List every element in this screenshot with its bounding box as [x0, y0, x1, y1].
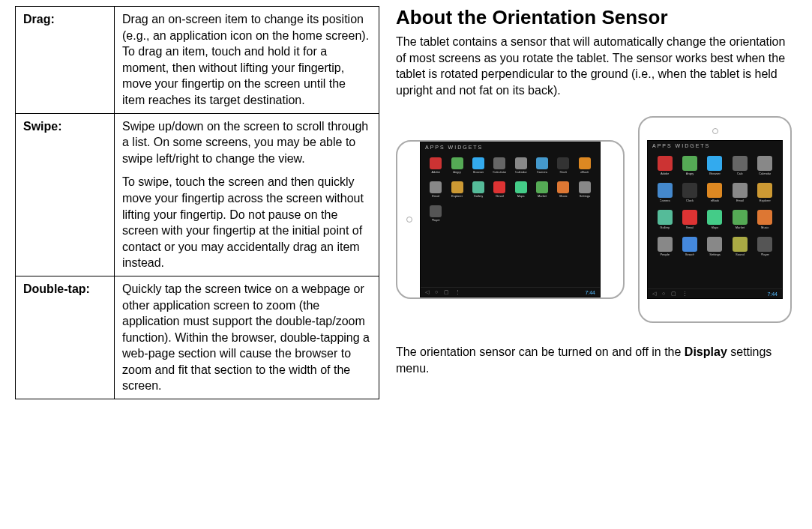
app-icon-label: Explorer — [451, 194, 463, 198]
app-icon-label: Calculator — [493, 170, 506, 174]
app-icon-graphic — [579, 181, 591, 193]
app-icon: Calendar — [512, 155, 530, 176]
app-icon-label: Player — [432, 218, 440, 222]
app-icon-graphic — [430, 205, 442, 217]
app-icon-label: Calendar — [759, 172, 771, 175]
screen-tabs: APPS WIDGETS — [648, 141, 782, 151]
app-icon-label: Settings — [709, 253, 720, 256]
app-icon-graphic — [579, 157, 591, 169]
clock-text: 7:44 — [767, 291, 778, 297]
gesture-desc-paragraph: To swipe, touch the screen and then quic… — [122, 174, 371, 271]
app-icon-label: Gallery — [660, 226, 670, 229]
app-icon-label: Search — [685, 253, 695, 256]
gesture-description: Quickly tap the screen twice on a webpag… — [115, 276, 379, 399]
app-icon: Settings — [576, 179, 594, 200]
app-icon-graphic — [536, 157, 548, 169]
app-icon-graphic — [682, 210, 697, 225]
app-icon-graphic — [658, 237, 673, 252]
app-icon: Adobe — [427, 155, 445, 176]
app-icon: Gallery — [469, 179, 487, 200]
app-icon-graphic — [472, 157, 484, 169]
app-icon-label: Email — [736, 199, 744, 202]
section-heading: About the Orientation Sensor — [396, 6, 797, 29]
table-row: Double-tap:Quickly tap the screen twice … — [16, 276, 379, 399]
app-icon-label: eBook — [580, 170, 589, 174]
status-bar: ◁ ○ ▢ ⋮ 7:44 — [648, 288, 782, 298]
tablet-screen: APPS WIDGETS AdobeAngryBrowserCalculator… — [420, 142, 601, 297]
app-icon-label: Settings — [580, 194, 590, 198]
status-bar: ◁ ○ ▢ ⋮ 7:44 — [421, 287, 600, 297]
app-icon: Browser — [704, 154, 726, 178]
app-icon: Explorer — [448, 179, 466, 200]
app-icon-label: Calendar — [515, 170, 527, 174]
app-icon: Market — [533, 179, 551, 200]
app-icon: Camera — [533, 155, 551, 176]
app-icon: Email — [729, 181, 751, 205]
app-icon-graphic — [430, 157, 442, 169]
gestures-table: Drag:Drag an on-screen item to change it… — [15, 6, 379, 399]
gesture-desc-paragraph: Quickly tap the screen twice on a webpag… — [122, 281, 371, 394]
app-icon: Camera — [654, 181, 676, 205]
app-icon-graphic — [430, 181, 442, 193]
app-icon-graphic — [557, 181, 569, 193]
app-icon: Music — [754, 208, 776, 232]
app-icon-graphic — [733, 237, 748, 252]
app-icon: eBook — [704, 181, 726, 205]
app-icon: Sound — [729, 235, 751, 259]
app-icon-graphic — [707, 237, 722, 252]
app-icon-graphic — [515, 181, 527, 193]
intro-paragraph: The tablet contains a sensor that will a… — [396, 34, 797, 98]
app-icon: Angry — [448, 155, 466, 176]
app-icon-label: Clock — [559, 170, 567, 174]
app-icon-label: Market — [736, 226, 745, 229]
app-icon-graphic — [682, 156, 697, 171]
tablet-illustrations: APPS WIDGETS AdobeAngryBrowserCalculator… — [396, 116, 797, 323]
nav-icons: ◁ ○ ▢ ⋮ — [652, 291, 690, 297]
app-icon-graphic — [682, 237, 697, 252]
app-icon: Browser — [469, 155, 487, 176]
gesture-desc-paragraph: Swipe up/down on the screen to scroll th… — [122, 118, 371, 167]
app-icon-label: Music — [559, 194, 567, 198]
tablet-portrait: APPS WIDGETS AdobeAngryBrowserCalcCalend… — [638, 116, 792, 323]
app-icon: Email — [427, 179, 445, 200]
app-icon-label: Camera — [537, 170, 547, 174]
app-icon-label: Angry — [453, 170, 460, 174]
app-icon-label: Angry — [686, 172, 694, 175]
app-icon-graphic — [707, 210, 722, 225]
gesture-label: Drag: — [16, 7, 115, 114]
app-icon-label: Sound — [736, 253, 745, 256]
app-icon: Market — [729, 208, 751, 232]
app-icon: Gmail — [490, 179, 508, 200]
tablet-screen: APPS WIDGETS AdobeAngryBrowserCalcCalend… — [647, 140, 783, 299]
app-icon-label: Maps — [517, 194, 525, 198]
camera-icon — [712, 128, 718, 134]
app-icon-graphic — [451, 157, 463, 169]
app-icon-graphic — [757, 237, 772, 252]
app-icon-label: Camera — [660, 199, 670, 202]
table-row: Swipe:Swipe up/down on the screen to scr… — [16, 113, 379, 276]
app-icon-graphic — [515, 157, 527, 169]
app-icon-label: Browser — [709, 172, 721, 175]
app-icon-graphic — [557, 157, 569, 169]
app-icon-graphic — [536, 181, 548, 193]
app-icon: Adobe — [654, 154, 676, 178]
app-icon-label: People — [660, 253, 669, 256]
app-icon: Calendar — [754, 154, 776, 178]
table-row: Drag:Drag an on-screen item to change it… — [16, 7, 379, 114]
app-icon-label: Clock — [686, 199, 694, 202]
app-icon-label: Music — [761, 226, 769, 229]
gesture-label: Swipe: — [16, 113, 115, 276]
app-icon: Settings — [704, 235, 726, 259]
app-icon-graphic — [658, 183, 673, 198]
app-grid: AdobeAngryBrowserCalculatorCalendarCamer… — [421, 152, 600, 287]
camera-icon — [406, 217, 412, 223]
outro-paragraph: The orientation sensor can be turned on … — [396, 344, 797, 376]
app-icon-graphic — [733, 210, 748, 225]
app-icon: Calculator — [490, 155, 508, 176]
app-icon: Clock — [679, 181, 700, 205]
app-icon-label: Calc — [737, 172, 743, 175]
app-icon-label: Explorer — [760, 199, 771, 202]
app-icon-graphic — [733, 156, 748, 171]
app-icon-label: Email — [432, 194, 439, 198]
app-icon-graphic — [682, 183, 697, 198]
